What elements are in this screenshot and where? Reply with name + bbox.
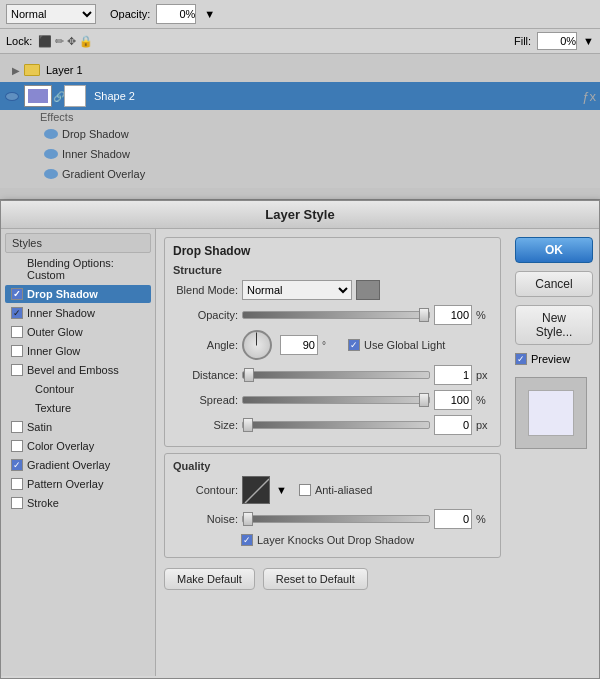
contour-dropdown[interactable]: ▼ — [276, 484, 287, 496]
size-value-input[interactable] — [434, 415, 472, 435]
drop-shadow-title: Drop Shadow — [173, 244, 492, 258]
blend-mode-select[interactable]: Normal — [6, 4, 96, 24]
drop-shadow-effect-label[interactable]: Drop Shadow — [62, 128, 129, 140]
anti-aliased-label[interactable]: Anti-aliased — [299, 484, 372, 496]
inner-shadow-checkbox[interactable]: ✓ — [11, 307, 23, 319]
sidebar-outer-glow[interactable]: Outer Glow — [5, 323, 151, 341]
blend-mode-row: Blend Mode: Normal Multiply — [173, 280, 492, 300]
inner-shadow-effect-label[interactable]: Inner Shadow — [62, 148, 130, 160]
effects-label: Effects — [40, 110, 600, 124]
color-overlay-checkbox[interactable] — [11, 440, 23, 452]
sidebar-bevel-emboss[interactable]: Bevel and Emboss — [5, 361, 151, 379]
new-style-button[interactable]: New Style... — [515, 305, 593, 345]
layer1-name[interactable]: Layer 1 — [46, 64, 83, 76]
shape2-name[interactable]: Shape 2 — [90, 90, 578, 102]
distance-label: Distance: — [173, 369, 238, 381]
sidebar-inner-shadow[interactable]: ✓ Inner Shadow — [5, 304, 151, 322]
drop-shadow-effect-row[interactable]: Drop Shadow — [40, 124, 600, 144]
opacity-value-input[interactable] — [434, 305, 472, 325]
distance-slider[interactable] — [242, 371, 430, 379]
layer-eye-toggle[interactable] — [4, 88, 20, 104]
distance-row: Distance: px — [173, 365, 492, 385]
sidebar-pattern-overlay[interactable]: Pattern Overlay — [5, 475, 151, 493]
gradient-overlay-effect-label[interactable]: Gradient Overlay — [62, 168, 145, 180]
sidebar-color-overlay[interactable]: Color Overlay — [5, 437, 151, 455]
spread-unit: % — [476, 394, 492, 406]
make-default-button[interactable]: Make Default — [164, 568, 255, 590]
ok-button[interactable]: OK — [515, 237, 593, 263]
gradient-overlay-effect-row[interactable]: Gradient Overlay — [40, 164, 600, 184]
pattern-overlay-checkbox[interactable] — [11, 478, 23, 490]
spread-value-input[interactable] — [434, 390, 472, 410]
inner-glow-checkbox[interactable] — [11, 345, 23, 357]
sidebar-satin[interactable]: Satin — [5, 418, 151, 436]
inner-shadow-eye[interactable] — [44, 149, 58, 159]
lock-all-icon[interactable]: 🔒 — [79, 35, 93, 48]
layer-knocks-out-row: ✓ Layer Knocks Out Drop Shadow — [173, 534, 492, 546]
use-global-light-checkbox[interactable]: ✓ — [348, 339, 360, 351]
lock-transparent-icon[interactable]: ⬛ — [38, 35, 52, 48]
layer-style-sidebar: Styles Blending Options: Custom ✓ Drop S… — [1, 229, 156, 676]
noise-unit: % — [476, 513, 492, 525]
drop-shadow-blend-mode-select[interactable]: Normal Multiply — [242, 280, 352, 300]
reset-to-default-button[interactable]: Reset to Default — [263, 568, 368, 590]
angle-unit: ° — [322, 340, 338, 351]
opacity-dropdown-arrow[interactable]: ▼ — [204, 8, 215, 20]
fill-input[interactable] — [537, 32, 577, 50]
preview-checkbox[interactable]: ✓ — [515, 353, 527, 365]
sidebar-drop-shadow[interactable]: ✓ Drop Shadow — [5, 285, 151, 303]
fill-dropdown-arrow[interactable]: ▼ — [583, 35, 594, 47]
distance-unit: px — [476, 369, 492, 381]
opacity-label: Opacity: — [110, 8, 150, 20]
contour-row: Contour: ▼ Anti-aliased — [173, 476, 492, 504]
spread-slider[interactable] — [242, 396, 430, 404]
inner-shadow-effect-row[interactable]: Inner Shadow — [40, 144, 600, 164]
anti-aliased-checkbox[interactable] — [299, 484, 311, 496]
layer-group-arrow[interactable]: ▶ — [12, 65, 20, 76]
noise-value-input[interactable] — [434, 509, 472, 529]
opacity-row: Opacity: % — [173, 305, 492, 325]
layer-fx-icon[interactable]: ƒx — [582, 89, 596, 104]
noise-slider[interactable] — [242, 515, 430, 523]
spread-label: Spread: — [173, 394, 238, 406]
lock-label: Lock: — [6, 35, 32, 47]
drop-shadow-checkbox[interactable]: ✓ — [11, 288, 23, 300]
contour-thumbnail[interactable] — [242, 476, 270, 504]
size-label: Size: — [173, 419, 238, 431]
gradient-overlay-checkbox[interactable]: ✓ — [11, 459, 23, 471]
opacity-input[interactable]: 0% — [156, 4, 196, 24]
opacity-slider[interactable] — [242, 311, 430, 319]
sidebar-inner-glow[interactable]: Inner Glow — [5, 342, 151, 360]
layer-mask-thumb — [64, 85, 86, 107]
sidebar-contour[interactable]: Contour — [5, 380, 151, 398]
sidebar-blending-options[interactable]: Blending Options: Custom — [5, 254, 151, 284]
layer-knocks-out-checkbox[interactable]: ✓ — [241, 534, 253, 546]
lock-image-icon[interactable]: ✏ — [55, 35, 64, 48]
bevel-emboss-checkbox[interactable] — [11, 364, 23, 376]
size-slider[interactable] — [242, 421, 430, 429]
sidebar-texture[interactable]: Texture — [5, 399, 151, 417]
sidebar-styles[interactable]: Styles — [5, 233, 151, 253]
angle-value-input[interactable] — [280, 335, 318, 355]
drop-shadow-eye[interactable] — [44, 129, 58, 139]
folder-icon — [24, 64, 40, 76]
sidebar-stroke[interactable]: Stroke — [5, 494, 151, 512]
lock-position-icon[interactable]: ✥ — [67, 35, 76, 48]
cancel-button[interactable]: Cancel — [515, 271, 593, 297]
satin-checkbox[interactable] — [11, 421, 23, 433]
outer-glow-checkbox[interactable] — [11, 326, 23, 338]
preview-box — [515, 377, 587, 449]
angle-row: Angle: ° ✓ Use Global Light — [173, 330, 492, 360]
drop-shadow-color-swatch[interactable] — [356, 280, 380, 300]
distance-value-input[interactable] — [434, 365, 472, 385]
angle-label: Angle: — [173, 339, 238, 351]
noise-label: Noise: — [173, 513, 238, 525]
use-global-light-label[interactable]: ✓ Use Global Light — [348, 339, 445, 351]
preview-shape — [528, 390, 574, 436]
sidebar-gradient-overlay[interactable]: ✓ Gradient Overlay — [5, 456, 151, 474]
angle-dial[interactable] — [242, 330, 272, 360]
stroke-checkbox[interactable] — [11, 497, 23, 509]
layer-knocks-out-label[interactable]: ✓ Layer Knocks Out Drop Shadow — [241, 534, 414, 546]
right-buttons-panel: OK Cancel New Style... ✓ Preview — [509, 229, 599, 676]
gradient-overlay-eye[interactable] — [44, 169, 58, 179]
